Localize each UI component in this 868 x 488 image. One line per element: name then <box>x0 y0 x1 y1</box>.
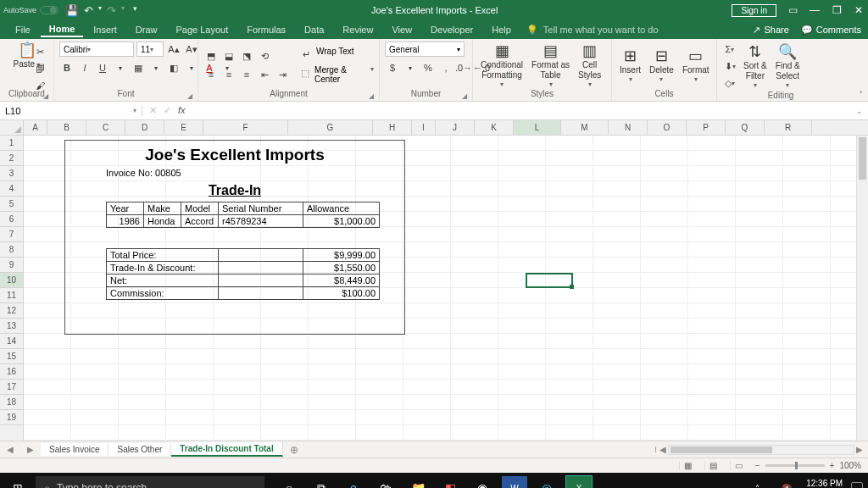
groove-icon[interactable]: ◎ <box>534 476 559 488</box>
zoom-control[interactable]: − + 100% <box>755 461 861 470</box>
selected-cell[interactable] <box>526 273 573 288</box>
file-explorer-icon[interactable]: 📁 <box>405 476 431 488</box>
col-header[interactable]: N <box>609 120 648 136</box>
number-launcher-icon[interactable]: ◢ <box>462 92 467 100</box>
row-header[interactable]: 4 <box>0 181 23 197</box>
sheet-tab[interactable]: Sales Other <box>108 443 171 456</box>
format-cells-button[interactable]: ▭Format <box>680 47 712 83</box>
cancel-formula-icon[interactable]: ✕ <box>149 105 157 116</box>
row-header[interactable]: 15 <box>0 349 23 364</box>
sign-in-button[interactable]: Sign in <box>732 4 776 17</box>
sheet-nav-next-icon[interactable]: ▶ <box>20 445 41 454</box>
sheet-tab-active[interactable]: Trade-In Discount Total <box>171 442 282 457</box>
sort-filter-button[interactable]: ⇅Sort &Filter <box>741 43 770 89</box>
network-icon[interactable]: ⌵ <box>768 484 773 489</box>
col-header[interactable]: B <box>47 120 86 136</box>
col-header[interactable]: I <box>412 120 436 136</box>
word-icon[interactable]: W <box>502 476 527 488</box>
underline-dropdown-icon[interactable]: ▾ <box>113 60 128 75</box>
undo-icon[interactable]: ↶ <box>84 4 93 17</box>
vertical-scrollbar[interactable] <box>856 136 868 441</box>
clear-icon[interactable]: ◇ <box>722 75 737 91</box>
horizontal-scrollbar[interactable]: ⁞ ◀ ▶ <box>654 445 868 455</box>
row-header[interactable]: 3 <box>0 166 23 181</box>
edge-icon[interactable]: e <box>341 476 366 488</box>
tab-review[interactable]: Review <box>334 23 381 36</box>
orientation-icon[interactable]: ⟲ <box>257 48 272 64</box>
row-header[interactable]: 18 <box>0 395 23 410</box>
row-header[interactable]: 6 <box>0 212 23 227</box>
col-header[interactable]: O <box>648 120 687 136</box>
tab-draw[interactable]: Draw <box>127 23 166 36</box>
scrollbar-thumb[interactable] <box>859 137 866 180</box>
col-header[interactable]: E <box>164 120 203 136</box>
redo-icon[interactable]: ↷ <box>107 4 116 17</box>
tray-chevron-icon[interactable]: ˄ <box>755 484 760 489</box>
volume-icon[interactable]: 🔇 <box>782 484 792 489</box>
store-icon[interactable]: 🛍 <box>373 476 398 488</box>
redo-dropdown-icon[interactable]: ▾ <box>121 4 125 17</box>
autosave-toggle[interactable]: AutoSave <box>3 6 58 14</box>
tab-file[interactable]: File <box>7 23 39 36</box>
zoom-in-icon[interactable]: + <box>830 461 835 470</box>
add-sheet-icon[interactable]: ⊕ <box>283 444 305 456</box>
chrome-icon[interactable]: ◉ <box>470 476 495 488</box>
enter-formula-icon[interactable]: ✓ <box>164 105 171 116</box>
align-left-icon[interactable]: ≡ <box>203 67 219 82</box>
wrap-text-button[interactable]: ↵Wrap Text <box>298 47 374 62</box>
row-header[interactable]: 1 <box>0 136 23 151</box>
cut-icon[interactable]: ✂ <box>32 44 47 59</box>
qat-customize-icon[interactable]: ▾ <box>133 4 137 17</box>
italic-button[interactable]: I <box>77 60 92 75</box>
comments-button[interactable]: 💬Comments <box>801 25 861 36</box>
tab-developer[interactable]: Developer <box>422 23 481 36</box>
row-header[interactable]: 11 <box>0 288 23 303</box>
col-header[interactable]: P <box>687 120 726 136</box>
tab-view[interactable]: View <box>383 23 420 36</box>
task-view-icon[interactable]: ⧉ <box>309 476 334 488</box>
notifications-icon[interactable] <box>851 482 863 488</box>
align-top-icon[interactable]: ⬒ <box>203 48 219 64</box>
ribbon-display-icon[interactable]: ▭ <box>787 4 798 16</box>
alignment-launcher-icon[interactable]: ◢ <box>369 92 374 100</box>
collapse-ribbon-icon[interactable]: ˄ <box>859 90 863 99</box>
row-header[interactable]: 17 <box>0 380 23 395</box>
share-button[interactable]: ↗Share <box>753 25 788 36</box>
col-header[interactable]: G <box>288 120 373 136</box>
expand-formula-bar-icon[interactable]: ⌄ <box>851 107 868 115</box>
insert-cells-button[interactable]: ⊞Insert <box>617 47 643 83</box>
font-size-select[interactable]: 11 <box>136 42 164 57</box>
decrease-indent-icon[interactable]: ⇤ <box>257 67 272 82</box>
autosave-pill[interactable] <box>40 6 58 14</box>
copy-icon[interactable]: 🗐 <box>32 61 47 76</box>
sheet-tab[interactable]: Sales Invoice <box>41 443 108 456</box>
close-icon[interactable]: ✕ <box>853 4 865 16</box>
row-header[interactable]: 19 <box>0 410 23 425</box>
taskbar-search[interactable]: ⌕ Type here to search <box>36 476 264 488</box>
tab-page-layout[interactable]: Page Layout <box>167 23 236 36</box>
row-header[interactable]: 2 <box>0 151 23 166</box>
tab-formulas[interactable]: Formulas <box>238 23 294 36</box>
clock[interactable]: 12:36 PM 10/17/2019 <box>800 479 843 488</box>
currency-dropdown-icon[interactable]: ▾ <box>403 60 418 75</box>
cortana-icon[interactable]: ○ <box>276 476 302 488</box>
normal-view-icon[interactable]: ▦ <box>679 461 696 470</box>
row-header[interactable]: 7 <box>0 227 23 242</box>
tab-help[interactable]: Help <box>483 23 520 36</box>
cell-styles-button[interactable]: ▥CellStyles <box>576 42 604 88</box>
align-center-icon[interactable]: ≡ <box>221 67 236 82</box>
col-header[interactable]: M <box>561 120 609 136</box>
row-header[interactable]: 10 <box>0 273 23 288</box>
bold-button[interactable]: B <box>59 60 75 75</box>
cells-area[interactable]: Joe's Excellent Imports Invoice No: 0080… <box>24 136 868 441</box>
row-header[interactable]: 5 <box>0 197 23 212</box>
zoom-level[interactable]: 100% <box>839 461 861 470</box>
row-header[interactable]: 9 <box>0 258 23 273</box>
currency-icon[interactable]: $ <box>385 60 400 75</box>
select-all-corner[interactable] <box>0 120 24 135</box>
merge-center-button[interactable]: ⬚Merge & Center <box>298 65 374 84</box>
col-header[interactable]: C <box>86 120 125 136</box>
percent-icon[interactable]: % <box>420 60 436 75</box>
save-icon[interactable]: 💾 <box>65 4 79 17</box>
col-header[interactable]: R <box>765 120 812 136</box>
